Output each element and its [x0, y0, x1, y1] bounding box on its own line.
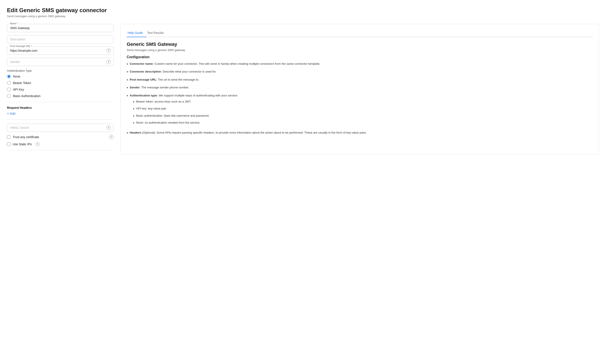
radio-none-input[interactable]: [7, 75, 11, 78]
radio-basic-auth-input[interactable]: [7, 94, 11, 98]
radio-none[interactable]: None: [7, 75, 113, 78]
sender-field-group: ?: [7, 58, 113, 66]
help-item-2-bold: Connector description: [130, 70, 161, 73]
use-static-ips-checkbox[interactable]: [7, 143, 11, 146]
auth-sub-item-3: Basic authentication: (bad old) username…: [133, 114, 238, 118]
auth-sub-item-2: API key: key-value pair.: [133, 106, 238, 111]
right-panel: Help Guide Test Results Generic SMS Gate…: [121, 24, 599, 154]
trust-cert-help-icon[interactable]: ?: [109, 135, 113, 139]
help-item-1-bold: Connector name: [130, 62, 153, 65]
config-section-title: Configuration: [127, 55, 593, 59]
divider-3: [7, 150, 113, 150]
trust-cert-checkbox[interactable]: [7, 135, 11, 139]
plus-icon: +: [7, 112, 9, 116]
tabs: Help Guide Test Results: [127, 29, 593, 37]
help-subtitle: Send messages using a generic SMS gatewa…: [127, 48, 593, 52]
help-item-3: Post message URL: The url to send the me…: [127, 78, 593, 82]
radio-bearer-token-label: Bearer Token: [13, 81, 31, 85]
help-item-3-text: : The url to send the message to.: [156, 78, 199, 81]
help-item-1-text: : Custom name for your connector. This w…: [153, 62, 320, 65]
help-item-3-bold: Post message URL: [130, 78, 156, 81]
help-list: Connector name: Custom name for your con…: [127, 62, 593, 136]
help-item-6-bold: Headers: [130, 131, 141, 134]
radio-basic-auth-label: Basic Authentication: [13, 94, 40, 98]
post-url-help-icon[interactable]: ?: [107, 48, 111, 53]
radio-none-label: None: [13, 75, 20, 78]
auth-type-group: Authentication Type None Bearer Token AP…: [7, 69, 113, 98]
use-static-ips-group: Use Static IPs ?: [7, 142, 113, 146]
trust-cert-label: Trust any certificate: [13, 135, 39, 139]
tab-help-guide[interactable]: Help Guide: [127, 29, 146, 37]
radio-api-key[interactable]: API Key: [7, 88, 113, 91]
auth-sub-item-1: Bearer token: access keys such as a JWT.: [133, 100, 238, 104]
help-item-1: Connector name: Custom name for your con…: [127, 62, 593, 66]
post-message-url-group: Post message URL * ?: [7, 46, 113, 55]
help-title: Generic SMS Gateway: [127, 41, 593, 47]
left-panel: Name * Post message URL * ? ? Authentica…: [7, 24, 113, 154]
name-field-group: Name *: [7, 24, 113, 32]
help-item-5-text: : We support multiple ways of authentica…: [157, 94, 238, 97]
auth-sub-item-4: None: no authentication needed from the …: [133, 120, 238, 125]
help-item-2-text: : Describe what your connector is used f…: [161, 70, 216, 73]
auth-type-label: Authentication Type: [7, 69, 113, 72]
radio-basic-auth[interactable]: Basic Authentication: [7, 94, 113, 98]
help-item-2: Connector description: Describe what you…: [127, 69, 593, 74]
help-item-5: Authentication type: We support multiple…: [127, 93, 593, 128]
name-input[interactable]: [7, 24, 113, 32]
description-field-group: [7, 35, 113, 43]
page-subtitle: Send messages using a generic SMS gatewa…: [7, 14, 599, 18]
help-item-5-bold: Authentication type: [130, 94, 157, 97]
add-header-button[interactable]: + Add: [7, 112, 15, 116]
auth-sub-list: Bearer token: access keys such as a JWT.…: [130, 100, 238, 126]
request-headers-group: Request Headers + Add: [7, 106, 113, 116]
divider-2: [7, 119, 113, 120]
hmac-secret-input[interactable]: [7, 124, 113, 132]
post-message-url-input[interactable]: [7, 46, 113, 55]
use-static-ips-label: Use Static IPs: [13, 143, 32, 146]
add-label: Add: [10, 112, 15, 115]
radio-bearer-token-input[interactable]: [7, 81, 11, 85]
tab-test-results[interactable]: Test Results: [146, 29, 167, 37]
trust-cert-group: Trust any certificate ?: [7, 135, 113, 139]
page-layout: Name * Post message URL * ? ? Authentica…: [7, 24, 599, 154]
sender-input[interactable]: [7, 58, 113, 66]
help-item-6-text: : Some APIs require passing specific hea…: [155, 131, 367, 134]
description-input[interactable]: [7, 35, 113, 43]
help-item-4: Sender: The message sender phone number.: [127, 85, 593, 90]
page-title: Edit Generic SMS gateway connector: [7, 7, 599, 14]
page-header: Edit Generic SMS gateway connector Send …: [7, 7, 599, 18]
help-item-6: Headers (Optional): Some APIs require pa…: [127, 130, 593, 135]
help-item-4-bold: Sender: [130, 86, 140, 89]
hmac-help-icon[interactable]: ?: [107, 126, 111, 130]
use-static-ips-help-icon[interactable]: ?: [36, 142, 40, 146]
radio-api-key-input[interactable]: [7, 88, 11, 91]
hmac-secret-group: ?: [7, 124, 113, 132]
help-item-6-optional: (Optional): [141, 131, 155, 134]
radio-api-key-label: API Key: [13, 88, 24, 91]
divider-1: [7, 102, 113, 102]
radio-group: None Bearer Token API Key Basic Authenti…: [7, 75, 113, 98]
sender-help-icon[interactable]: ?: [107, 60, 111, 64]
radio-bearer-token[interactable]: Bearer Token: [7, 81, 113, 85]
help-item-4-text: : The message sender phone number.: [140, 86, 189, 89]
request-headers-label: Request Headers: [7, 106, 113, 109]
